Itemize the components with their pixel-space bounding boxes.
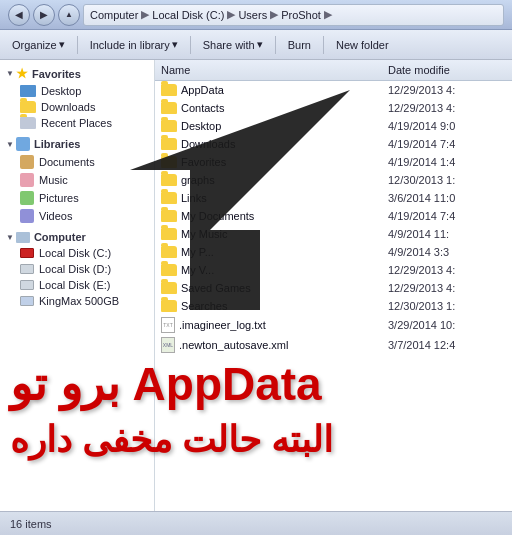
file-name-cell: TXT .imagineer_log.txt (155, 316, 382, 334)
file-name-cell: Links (155, 191, 382, 205)
table-row[interactable]: graphs 12/30/2013 1: (155, 171, 512, 189)
file-date-cell: 3/7/2014 12:4 (382, 338, 512, 352)
sidebar-item-kingmax[interactable]: KingMax 500GB (0, 293, 154, 309)
sidebar-item-local-e[interactable]: Local Disk (E:) (0, 277, 154, 293)
file-date-cell: 12/29/2013 4: (382, 281, 512, 295)
file-name-cell: AppData (155, 83, 382, 97)
videos-icon (20, 209, 34, 223)
file-name: Contacts (181, 102, 224, 114)
table-row[interactable]: Searches 12/30/2013 1: (155, 297, 512, 315)
file-name-cell: Contacts (155, 101, 382, 115)
file-name: My V... (181, 264, 214, 276)
column-name[interactable]: Name (155, 62, 382, 78)
documents-icon (20, 155, 34, 169)
column-date[interactable]: Date modifie (382, 62, 512, 78)
computer-expand-icon: ▼ (6, 233, 14, 242)
table-row[interactable]: AppData 12/29/2013 4: (155, 81, 512, 99)
file-name-cell: Favorites (155, 155, 382, 169)
file-name-cell: Downloads (155, 137, 382, 151)
file-date-cell: 12/30/2013 1: (382, 299, 512, 313)
main-content: ▼ ★ Favorites Desktop Downloads Recent P… (0, 60, 512, 511)
new-folder-button[interactable]: New folder (330, 37, 395, 53)
file-name: My Music (181, 228, 227, 240)
table-row[interactable]: XML .newton_autosave.xml 3/7/2014 12:4 (155, 335, 512, 355)
kingmax-icon (20, 296, 34, 306)
file-name: .imagineer_log.txt (179, 319, 266, 331)
computer-section: ▼ Computer Local Disk (C:) Local Disk (D… (0, 229, 154, 309)
toolbar-separator-4 (323, 36, 324, 54)
table-row[interactable]: My Documents 4/19/2014 7:4 (155, 207, 512, 225)
file-date-cell: 4/19/2014 7:4 (382, 209, 512, 223)
forward-button[interactable]: ▶ (33, 4, 55, 26)
table-row[interactable]: Saved Games 12/29/2013 4: (155, 279, 512, 297)
toolbar: Organize ▾ Include in library ▾ Share wi… (0, 30, 512, 60)
computer-icon (16, 232, 30, 243)
sidebar-item-desktop[interactable]: Desktop (0, 83, 154, 99)
file-date-cell: 12/29/2013 4: (382, 83, 512, 97)
file-name: Favorites (181, 156, 226, 168)
file-date-cell: 4/19/2014 1:4 (382, 155, 512, 169)
file-name: graphs (181, 174, 215, 186)
file-date-cell: 12/30/2013 1: (382, 173, 512, 187)
file-name-cell: My Music (155, 227, 382, 241)
file-name-cell: XML .newton_autosave.xml (155, 336, 382, 354)
file-name: .newton_autosave.xml (179, 339, 288, 351)
libraries-section: ▼ Libraries Documents Music Pictures Vid… (0, 135, 154, 225)
libraries-header[interactable]: ▼ Libraries (0, 135, 154, 153)
libraries-expand-icon: ▼ (6, 140, 14, 149)
file-name: Saved Games (181, 282, 251, 294)
organize-button[interactable]: Organize ▾ (6, 36, 71, 53)
breadcrumb-users[interactable]: Users (238, 9, 267, 21)
computer-header[interactable]: ▼ Computer (0, 229, 154, 245)
file-name-cell: Saved Games (155, 281, 382, 295)
share-with-button[interactable]: Share with ▾ (197, 36, 269, 53)
favorites-star-icon: ★ (16, 66, 28, 81)
breadcrumb[interactable]: Computer ▶ Local Disk (C:) ▶ Users ▶ Pro… (83, 4, 504, 26)
file-name-cell: My P... (155, 245, 382, 259)
file-date-cell: 3/29/2014 10: (382, 318, 512, 332)
file-date-cell: 12/29/2013 4: (382, 101, 512, 115)
sidebar-item-local-c[interactable]: Local Disk (C:) (0, 245, 154, 261)
file-name: Searches (181, 300, 227, 312)
library-dropdown-icon: ▾ (172, 38, 178, 51)
breadcrumb-computer[interactable]: Computer (90, 9, 138, 21)
share-dropdown-icon: ▾ (257, 38, 263, 51)
sidebar-item-downloads[interactable]: Downloads (0, 99, 154, 115)
file-date-cell: 4/9/2014 3:3 (382, 245, 512, 259)
file-name-cell: My V... (155, 263, 382, 277)
favorites-header[interactable]: ▼ ★ Favorites (0, 64, 154, 83)
sidebar-item-videos[interactable]: Videos (0, 207, 154, 225)
file-name: Links (181, 192, 207, 204)
table-row[interactable]: My Music 4/9/2014 11: (155, 225, 512, 243)
toolbar-separator-3 (275, 36, 276, 54)
sidebar-item-music[interactable]: Music (0, 171, 154, 189)
table-row[interactable]: My P... 4/9/2014 3:3 (155, 243, 512, 261)
table-row[interactable]: Favorites 4/19/2014 1:4 (155, 153, 512, 171)
table-row[interactable]: My V... 12/29/2013 4: (155, 261, 512, 279)
sidebar: ▼ ★ Favorites Desktop Downloads Recent P… (0, 60, 155, 511)
burn-button[interactable]: Burn (282, 37, 317, 53)
file-name: My Documents (181, 210, 254, 222)
toolbar-separator (77, 36, 78, 54)
breadcrumb-drive[interactable]: Local Disk (C:) (152, 9, 224, 21)
table-row[interactable]: TXT .imagineer_log.txt 3/29/2014 10: (155, 315, 512, 335)
sidebar-item-documents[interactable]: Documents (0, 153, 154, 171)
sidebar-item-recent-places[interactable]: Recent Places (0, 115, 154, 131)
sidebar-item-pictures[interactable]: Pictures (0, 189, 154, 207)
organize-dropdown-icon: ▾ (59, 38, 65, 51)
table-row[interactable]: Links 3/6/2014 11:0 (155, 189, 512, 207)
file-name: AppData (181, 84, 224, 96)
sidebar-item-local-d[interactable]: Local Disk (D:) (0, 261, 154, 277)
file-name: My P... (181, 246, 214, 258)
item-count: 16 items (10, 518, 52, 530)
back-button[interactable]: ◀ (8, 4, 30, 26)
favorites-section: ▼ ★ Favorites Desktop Downloads Recent P… (0, 64, 154, 131)
table-row[interactable]: Downloads 4/19/2014 7:4 (155, 135, 512, 153)
up-button[interactable]: ▲ (58, 4, 80, 26)
pictures-icon (20, 191, 34, 205)
table-row[interactable]: Contacts 12/29/2013 4: (155, 99, 512, 117)
breadcrumb-current[interactable]: ProShot (281, 9, 321, 21)
table-row[interactable]: Desktop 4/19/2014 9:0 (155, 117, 512, 135)
status-bar: 16 items (0, 511, 512, 535)
include-in-library-button[interactable]: Include in library ▾ (84, 36, 184, 53)
